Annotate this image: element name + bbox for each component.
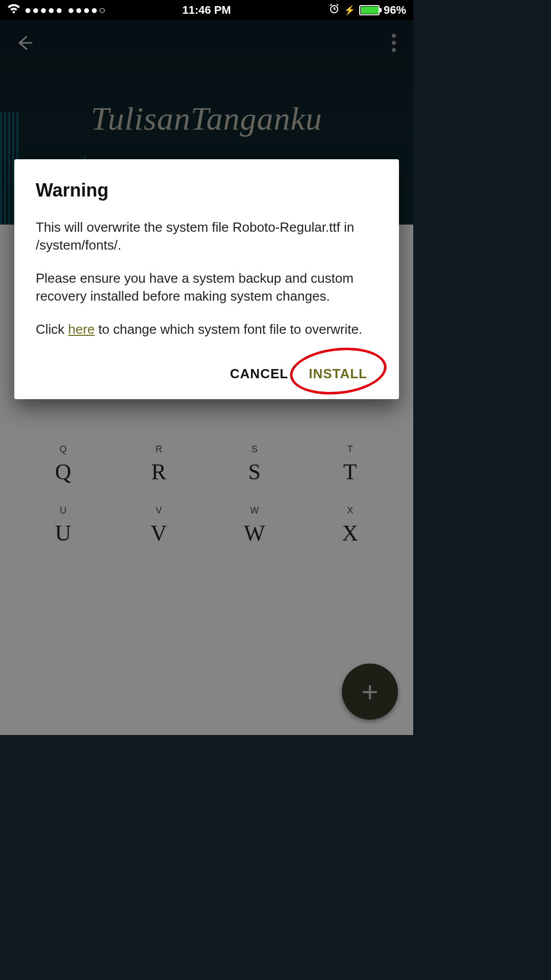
charging-icon: ⚡ — [344, 5, 355, 16]
dialog-title: Warning — [36, 180, 378, 201]
battery-icon — [359, 5, 380, 15]
clock: 11:46 PM — [182, 4, 231, 17]
dialog-text-3: Click here to change which system font f… — [36, 321, 378, 338]
warning-dialog: Warning This will overwrite the system f… — [14, 159, 399, 399]
change-target-link[interactable]: here — [68, 322, 95, 337]
signal-strength-b: ●●●●○ — [67, 4, 106, 17]
dialog-text-2: Please ensure you have a system backup a… — [36, 270, 378, 305]
cancel-button[interactable]: CANCEL — [230, 366, 288, 382]
signal-strength-a: ●●●●● — [24, 4, 63, 17]
alarm-icon — [329, 3, 340, 17]
status-bar: ●●●●● ●●●●○ 11:46 PM ⚡ 96% — [0, 0, 413, 20]
wifi-icon — [7, 4, 20, 17]
install-button[interactable]: INSTALL — [309, 366, 367, 382]
battery-percent: 96% — [384, 4, 406, 17]
dialog-text-1: This will overwrite the system file Robo… — [36, 218, 378, 254]
